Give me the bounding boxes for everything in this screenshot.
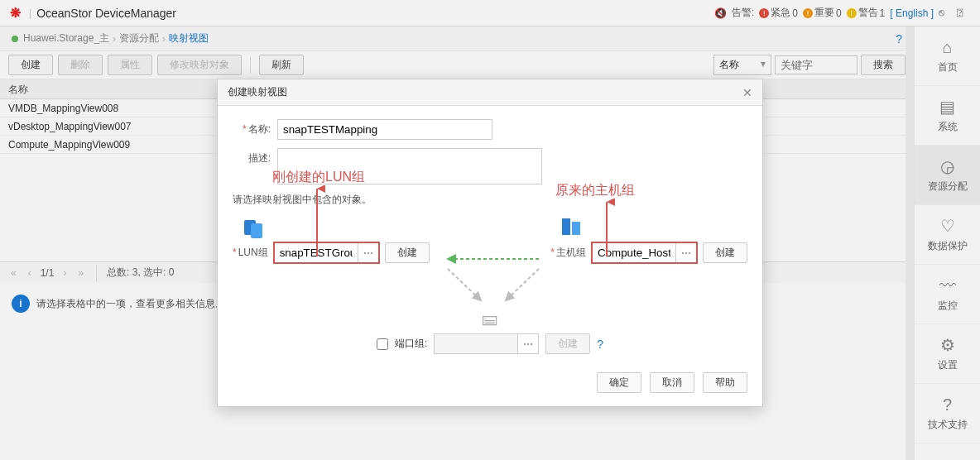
- name-label: 名称:: [233, 119, 277, 137]
- name-input[interactable]: [277, 119, 492, 140]
- port-checkbox[interactable]: [377, 338, 388, 350]
- desc-label: 描述:: [233, 148, 277, 165]
- port-more-icon[interactable]: ⋯: [517, 334, 538, 353]
- port-input: [435, 334, 517, 353]
- port-help-icon[interactable]: ?: [597, 338, 603, 351]
- host-icon: [560, 217, 585, 238]
- svg-rect-3: [572, 222, 580, 235]
- lun-icon: [243, 217, 267, 238]
- help-button[interactable]: 帮助: [703, 372, 747, 393]
- close-icon[interactable]: ✕: [742, 86, 752, 99]
- svg-line-6: [506, 269, 539, 300]
- svg-rect-2: [562, 218, 570, 235]
- desc-input[interactable]: [277, 148, 542, 184]
- port-input-wrap: ⋯: [434, 333, 539, 354]
- port-label: 端口组:: [395, 337, 427, 351]
- annotation-arrow-icon: [598, 199, 615, 260]
- annotation-arrow-icon: [309, 185, 325, 260]
- svg-line-5: [448, 269, 481, 300]
- create-mapping-modal: 创建映射视图 ✕ 名称: 描述: 请选择映射视图中包含的对象。 LUN组 ⋯: [217, 79, 763, 407]
- modal-footer: 确定 取消 帮助: [218, 362, 762, 406]
- port-create-button: 创建: [545, 333, 590, 354]
- svg-rect-1: [251, 223, 262, 238]
- modal-title: 创建映射视图: [228, 85, 287, 99]
- cancel-button[interactable]: 取消: [650, 372, 694, 393]
- ok-button[interactable]: 确定: [597, 372, 641, 393]
- modal-header: 创建映射视图 ✕: [218, 79, 762, 106]
